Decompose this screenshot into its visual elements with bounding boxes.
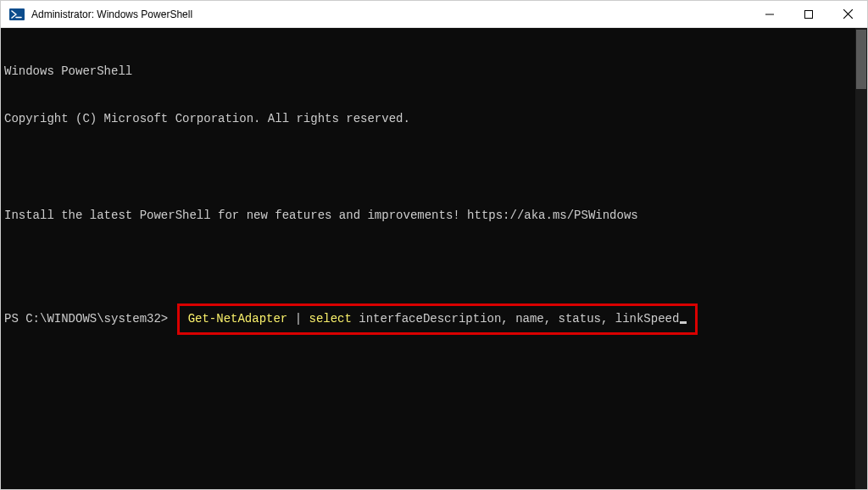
command-highlight: Get-NetAdapter | select interfaceDescrip…	[177, 303, 698, 335]
titlebar[interactable]: Administrator: Windows PowerShell	[1, 1, 867, 28]
minimize-button[interactable]	[750, 1, 789, 27]
maximize-button[interactable]	[789, 1, 828, 27]
window-title: Administrator: Windows PowerShell	[31, 8, 750, 20]
cmdlet-name: Get-NetAdapter	[188, 312, 288, 326]
close-button[interactable]	[828, 1, 867, 27]
svg-rect-0	[9, 8, 25, 20]
powershell-window: Administrator: Windows PowerShell Window…	[0, 0, 868, 490]
select-keyword: select	[309, 312, 351, 326]
terminal-install-line: Install the latest PowerShell for new fe…	[4, 208, 867, 224]
terminal-header-line: Windows PowerShell	[4, 64, 867, 80]
svg-rect-3	[805, 10, 813, 18]
powershell-icon	[9, 7, 25, 22]
prompt-text: PS C:\WINDOWS\system32>	[4, 312, 168, 326]
prompt-line: PS C:\WINDOWS\system32> Get-NetAdapter |…	[4, 303, 867, 335]
blank-line	[4, 159, 867, 175]
terminal-area[interactable]: Windows PowerShell Copyright (C) Microso…	[1, 28, 867, 489]
terminal-copyright-line: Copyright (C) Microsoft Corporation. All…	[4, 111, 867, 127]
pipe-operator: |	[287, 312, 309, 326]
command-args: interfaceDescription, name, status, link…	[352, 312, 679, 326]
window-controls	[750, 1, 867, 27]
blank-line	[4, 255, 867, 271]
terminal-content: Windows PowerShell Copyright (C) Microso…	[1, 31, 867, 367]
scrollbar-thumb[interactable]	[856, 30, 866, 89]
scrollbar[interactable]	[855, 28, 867, 489]
cursor	[680, 321, 687, 324]
